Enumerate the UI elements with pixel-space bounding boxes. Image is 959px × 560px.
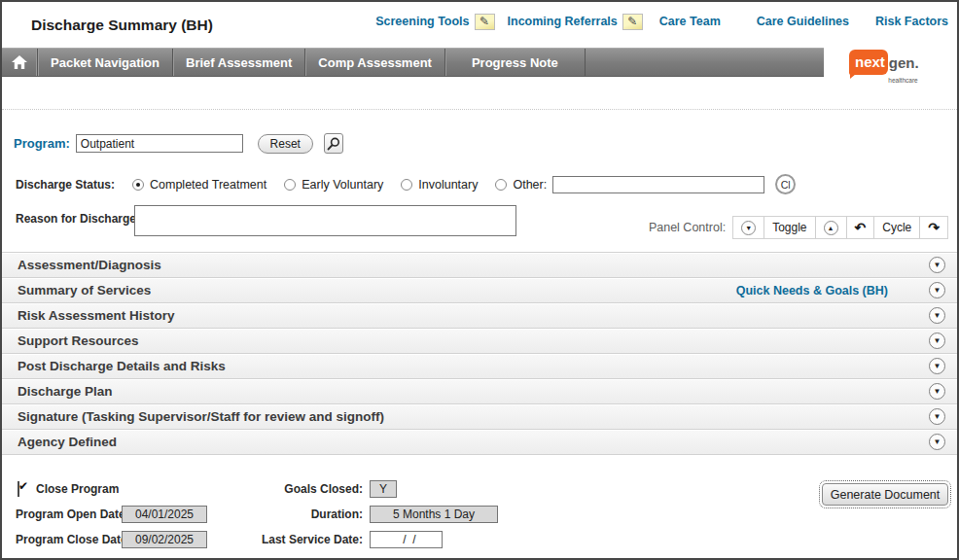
close-program-label: Close Program — [36, 482, 119, 496]
section-expand-icon[interactable] — [929, 307, 945, 324]
radio-icon[interactable] — [132, 179, 144, 191]
link-care-team[interactable]: Care Team — [659, 15, 721, 28]
program-close-date-label: Program Close Date: — [16, 533, 131, 546]
cycle-forward-button[interactable] — [919, 217, 947, 238]
screening-tools-note-icon[interactable] — [475, 14, 495, 30]
section-post-discharge-details[interactable]: Post Discharge Details and Risks — [2, 354, 957, 379]
logo-next-text: next — [849, 50, 888, 75]
tab-packet-navigation[interactable]: Packet Navigation — [38, 49, 173, 76]
program-row: Program: Reset — [14, 133, 957, 154]
cycle-button[interactable]: Cycle — [873, 217, 919, 238]
program-input[interactable] — [76, 134, 243, 153]
link-care-guidelines[interactable]: Care Guidelines — [757, 15, 849, 28]
logo-tagline: healthcare — [849, 77, 919, 84]
reason-label: Reason for Discharge: — [16, 212, 130, 226]
section-signature[interactable]: Signature (Tasking Supervisor/Staff for … — [2, 404, 957, 430]
cycle-back-button[interactable] — [846, 217, 874, 238]
section-expand-icon[interactable] — [929, 332, 945, 349]
nav-row: Packet Navigation Brief Assessment Comp … — [2, 48, 957, 84]
section-expand-icon[interactable] — [929, 257, 945, 273]
section-expand-icon[interactable] — [929, 383, 945, 400]
header: Discharge Summary (BH) Screening Tools I… — [2, 2, 957, 48]
other-status-input[interactable] — [552, 176, 764, 193]
panel-control-label: Panel Control: — [649, 221, 726, 234]
program-open-date-value: 04/01/2025 — [122, 506, 207, 523]
toggle-panels-button[interactable]: Toggle — [764, 217, 814, 238]
section-expand-icon[interactable] — [929, 358, 945, 374]
logo-gen-text: gen. — [889, 54, 919, 71]
quick-needs-goals-link[interactable]: Quick Needs & Goals (BH) — [736, 284, 888, 298]
radio-icon[interactable] — [495, 179, 507, 191]
section-risk-assessment-history[interactable]: Risk Assessment History — [2, 303, 957, 329]
program-search-button[interactable] — [324, 133, 343, 154]
goals-closed-label: Goals Closed: — [216, 482, 363, 496]
chevron-up-circle-icon — [824, 221, 838, 235]
curved-arrow-right-icon — [928, 220, 940, 235]
section-discharge-plan[interactable]: Discharge Plan — [2, 379, 957, 404]
radio-other[interactable]: Other: — [495, 178, 547, 192]
radio-completed-treatment[interactable]: Completed Treatment — [132, 178, 266, 192]
radio-early-voluntary[interactable]: Early Voluntary — [284, 178, 383, 192]
section-expand-icon[interactable] — [929, 434, 945, 450]
footer-form: Close Program Goals Closed: Y Program Op… — [2, 476, 957, 558]
generate-document-button[interactable]: Generate Document — [822, 483, 948, 506]
last-service-date-input[interactable] — [370, 531, 443, 548]
home-tab[interactable] — [2, 49, 38, 76]
radio-icon[interactable] — [284, 179, 296, 191]
section-support-resources[interactable]: Support Resources — [2, 329, 957, 354]
navbar: Packet Navigation Brief Assessment Comp … — [2, 48, 824, 77]
panel-control: Panel Control: Toggle Cycle — [649, 216, 948, 239]
program-label: Program: — [14, 136, 70, 151]
radio-involuntary[interactable]: Involuntary — [401, 178, 478, 192]
section-assessment-diagnosis[interactable]: Assessment/Diagnosis — [2, 253, 957, 278]
tab-progress-note[interactable]: Progress Note — [445, 49, 586, 76]
program-close-date-value: 09/02/2025 — [122, 531, 207, 548]
discharge-status-label: Discharge Status: — [16, 178, 115, 192]
home-icon — [12, 55, 27, 69]
reset-button[interactable]: Reset — [258, 134, 313, 154]
header-links: Screening Tools Incoming Referrals Care … — [375, 2, 948, 41]
duration-value: 5 Months 1 Day — [370, 506, 498, 523]
sections-accordion: Assessment/Diagnosis Summary of Services… — [2, 252, 957, 455]
page-title: Discharge Summary (BH) — [31, 17, 213, 34]
nextgen-logo: next gen. healthcare — [849, 50, 919, 84]
tab-comp-assessment[interactable]: Comp Assessment — [305, 49, 445, 76]
discharge-summary-page: Discharge Summary (BH) Screening Tools I… — [0, 0, 959, 560]
section-summary-of-services[interactable]: Summary of Services Quick Needs & Goals … — [2, 278, 957, 303]
radio-icon[interactable] — [401, 179, 412, 191]
dotted-separator — [2, 109, 957, 110]
expand-panels-button[interactable] — [815, 217, 846, 238]
discharge-status-row: Discharge Status: Completed Treatment Ea… — [16, 174, 957, 194]
chevron-down-circle-icon — [741, 221, 756, 235]
collapse-panels-button[interactable] — [733, 217, 764, 238]
search-icon — [327, 137, 340, 151]
program-open-date-label: Program Open Date: — [16, 508, 129, 521]
clear-other-button[interactable]: Cl — [775, 174, 796, 194]
section-expand-icon[interactable] — [929, 282, 945, 298]
link-screening-tools[interactable]: Screening Tools — [375, 15, 469, 28]
tab-brief-assessment[interactable]: Brief Assessment — [173, 49, 305, 76]
goals-closed-value: Y — [370, 480, 397, 498]
panel-control-group: Toggle Cycle — [732, 216, 948, 239]
curved-arrow-left-icon — [855, 220, 867, 235]
link-risk-factors[interactable]: Risk Factors — [875, 15, 948, 28]
last-service-date-label: Last Service Date: — [216, 533, 363, 546]
section-expand-icon[interactable] — [929, 408, 945, 425]
reason-for-discharge-textarea[interactable] — [134, 205, 516, 236]
incoming-referrals-note-icon[interactable] — [622, 14, 643, 30]
section-agency-defined[interactable]: Agency Defined — [2, 430, 957, 455]
duration-label: Duration: — [216, 508, 363, 521]
link-incoming-referrals[interactable]: Incoming Referrals — [508, 15, 618, 28]
close-program-checkbox[interactable] — [18, 481, 19, 497]
